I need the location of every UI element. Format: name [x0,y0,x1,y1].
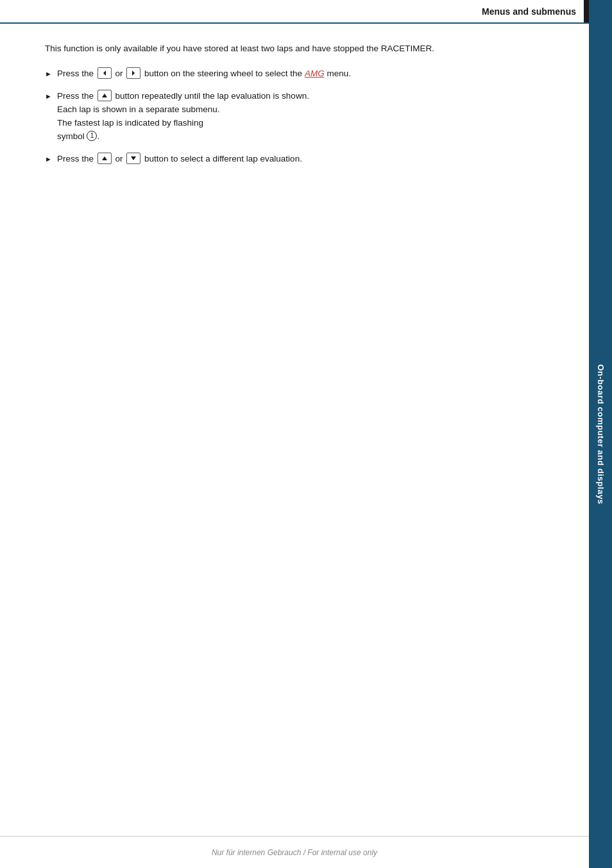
sidebar-label: On-board computer and displays [596,364,606,505]
bullet2-text-before: Press the [57,91,96,101]
bullet1-text-after: button on the steering wheel to select t… [144,69,351,78]
bullet-arrow-2: ► [45,91,52,102]
up-button-icon-1 [98,90,112,101]
svg-marker-3 [102,156,107,160]
bullet1-or-1: or [115,69,125,78]
footer: Nur für internen Gebrauch / For internal… [0,836,589,868]
bullet1-text-before: Press the [57,69,96,78]
bullet-item-2: ► Press the button repeatedly until the … [45,90,557,144]
circle-number-1: 1 [87,131,97,141]
amg-label: AMG [305,69,325,78]
bullet-item-3: ► Press the or button to select [45,153,557,166]
bullet3-or: or [115,154,125,163]
left-button-icon [98,67,112,79]
svg-marker-4 [131,156,136,160]
down-button-icon [126,153,140,164]
bullet2-text-after: button repeatedly until the lap evaluati… [115,91,309,101]
bullet2-extra-3: symbol 1. [57,131,99,141]
bullet-item-1: ► Press the or button on the st [45,67,557,81]
svg-marker-2 [102,94,107,97]
bullet-content-3: Press the or button to select a differen… [57,153,557,166]
header-title-area: Menus and submenus [0,0,584,23]
right-sidebar: On-board computer and displays [589,0,612,868]
bullet-list: ► Press the or button on the st [45,67,557,166]
bullet-arrow-1: ► [45,69,52,79]
header-bar: Menus and submenus 281 [0,0,612,23]
right-button-icon [126,67,140,79]
bullet3-text-after: button to select a different lap evaluat… [144,154,302,163]
bullet-content-2: Press the button repeatedly until the la… [57,90,557,144]
main-content: This function is only available if you h… [0,23,589,836]
footer-text: Nur für internen Gebrauch / For internal… [212,848,377,857]
page-title: Menus and submenus [482,6,576,17]
up-button-icon-2 [98,153,112,164]
bullet-content-1: Press the or button on the steering whee… [57,67,557,81]
svg-marker-1 [132,71,135,76]
intro-paragraph: This function is only available if you h… [45,42,557,56]
svg-marker-0 [103,71,106,76]
bullet3-text-before: Press the [57,154,96,163]
page-container: Menus and submenus 281 On-board computer… [0,0,612,868]
bullet2-extra-1: Each lap is shown in a separate submenu. [57,104,220,114]
bullet-arrow-3: ► [45,154,52,165]
bullet2-extra-2: The fastest lap is indicated by flashing [57,118,203,128]
